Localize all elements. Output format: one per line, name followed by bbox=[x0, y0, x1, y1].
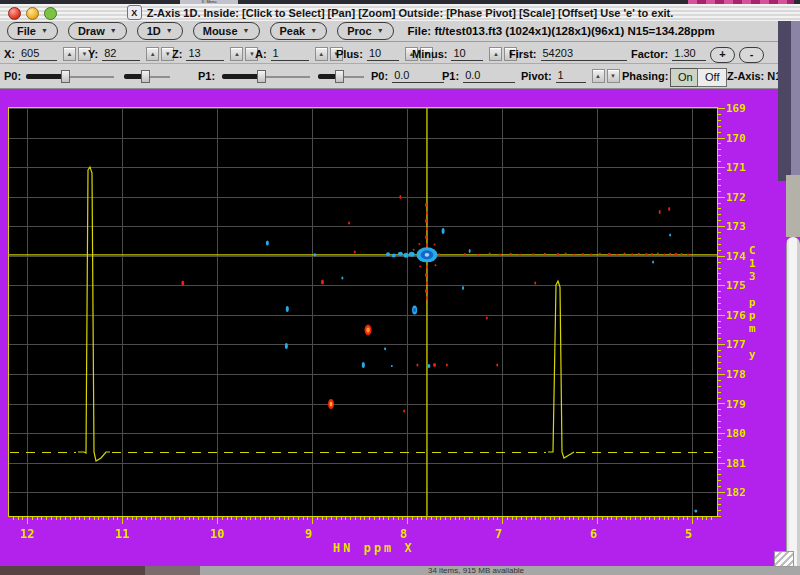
y-tick-label-181: 181 bbox=[726, 457, 746, 470]
y-tick-label-175: 175 bbox=[726, 279, 746, 292]
field-label: A: bbox=[255, 48, 267, 61]
slider-label-p0: P0: bbox=[4, 70, 21, 82]
background-scrollbar[interactable] bbox=[786, 237, 800, 575]
x11-app-icon: X bbox=[127, 5, 142, 20]
menu-button-1d[interactable]: 1D▼ bbox=[137, 22, 183, 40]
spinner: ▲▼ bbox=[63, 47, 91, 61]
menu-bar: File▼Draw▼1D▼Mouse▼Peak▼Proc▼ File: ft/t… bbox=[0, 21, 778, 42]
spin-up-icon[interactable]: ▲ bbox=[489, 47, 502, 61]
x-tick-label-11: 11 bbox=[115, 527, 129, 541]
spin-up-icon[interactable]: ▲ bbox=[63, 47, 76, 61]
field-x-input[interactable]: 605 bbox=[19, 47, 57, 61]
field-z-input[interactable]: 13 bbox=[186, 47, 224, 61]
field-z: Z:13▲▼ bbox=[172, 46, 258, 61]
slider-thumb[interactable] bbox=[141, 70, 150, 83]
background-window-edge-light bbox=[791, 21, 800, 175]
y-tick-label-178: 178 bbox=[726, 368, 746, 381]
slider-thumb[interactable] bbox=[61, 70, 70, 83]
field-factor: Factor:1.30 bbox=[631, 46, 706, 61]
y-tick-label-169: 169 bbox=[726, 102, 746, 115]
spectrum-canvas-area: 1211109876516917017117217317417517617717… bbox=[0, 89, 800, 566]
field-x: X:605▲▼ bbox=[4, 46, 91, 61]
y-tick-label-176: 176 bbox=[726, 309, 746, 322]
x-tick-label-8: 8 bbox=[400, 527, 407, 541]
y-tick-label-170: 170 bbox=[726, 132, 746, 145]
nmrdraw-window: X: Menu X Z-Axis 1D. Inside: [Click to S… bbox=[0, 0, 800, 575]
y-tick-label-171: 171 bbox=[726, 161, 746, 174]
menu-button-label: Peak bbox=[280, 24, 306, 38]
x-tick-label-7: 7 bbox=[495, 527, 502, 541]
slider-thumb[interactable] bbox=[257, 70, 266, 83]
menu-button-label: Mouse bbox=[203, 24, 238, 38]
spin-down-icon[interactable]: ▼ bbox=[607, 69, 620, 83]
slider-fill bbox=[26, 74, 63, 79]
zoom-button-icon[interactable] bbox=[44, 7, 57, 20]
chevron-down-icon: ▼ bbox=[110, 24, 117, 38]
scale-minus-button[interactable]: - bbox=[739, 47, 764, 63]
file-info-text: File: ft/test013.ft3 (1024x1)(128x1)(96x… bbox=[408, 25, 715, 37]
title-bar[interactable]: X Z-Axis 1D. Inside: [Click to Select] [… bbox=[0, 4, 800, 22]
spin-up-icon[interactable]: ▲ bbox=[230, 47, 243, 61]
window-controls bbox=[8, 7, 57, 20]
chevron-down-icon: ▼ bbox=[166, 24, 173, 38]
minimize-button-icon[interactable] bbox=[26, 7, 39, 20]
phasing-row: P0:P1:P0:0.0P1:0.0Pivot:1▲▼Phasing:OnOff… bbox=[0, 64, 778, 89]
field-label: P1: bbox=[442, 70, 459, 83]
field-p1-input[interactable]: 0.0 bbox=[463, 69, 515, 83]
p1-fine-slider[interactable] bbox=[318, 69, 364, 83]
field-a-input[interactable]: 1 bbox=[271, 47, 309, 61]
field-factor-input[interactable]: 1.30 bbox=[672, 47, 706, 61]
field-pivot: Pivot:1▲▼ bbox=[521, 68, 620, 83]
status-bar-text: 34 items, 915 MB available bbox=[428, 566, 524, 575]
field-a: A:1▲▼ bbox=[255, 46, 343, 61]
slider-thumb[interactable] bbox=[335, 70, 344, 83]
field-label: Y: bbox=[88, 48, 98, 61]
close-button-icon[interactable] bbox=[8, 7, 21, 20]
menu-button-file[interactable]: File▼ bbox=[7, 22, 58, 40]
field-y-input[interactable]: 82 bbox=[102, 47, 140, 61]
menu-button-mouse[interactable]: Mouse▼ bbox=[193, 22, 260, 40]
field-label: Pivot: bbox=[521, 70, 552, 83]
field-pivot-input[interactable]: 1 bbox=[556, 69, 586, 83]
y-tick-label-180: 180 bbox=[726, 427, 746, 440]
y-tick-label-173: 173 bbox=[726, 220, 746, 233]
menu-button-draw[interactable]: Draw▼ bbox=[68, 22, 127, 40]
menu-button-peak[interactable]: Peak▼ bbox=[270, 22, 328, 40]
resize-grip[interactable] bbox=[774, 551, 794, 567]
spinner: ▲▼ bbox=[146, 47, 174, 61]
y-tick-label-172: 172 bbox=[726, 191, 746, 204]
y-axis-title: C 1 3 p p m y bbox=[749, 244, 756, 361]
field-label: First: bbox=[509, 48, 537, 61]
field-plus-input[interactable]: 10 bbox=[367, 47, 399, 61]
p0-coarse-slider[interactable] bbox=[26, 69, 114, 83]
scale-plus-button[interactable]: + bbox=[710, 47, 735, 63]
menu-button-proc[interactable]: Proc▼ bbox=[337, 22, 393, 40]
field-p1: P1:0.0 bbox=[442, 68, 515, 83]
field-p0: P0:0.0 bbox=[371, 68, 444, 83]
field-minus-input[interactable]: 10 bbox=[451, 47, 483, 61]
menu-button-label: Draw bbox=[78, 24, 105, 38]
p0-fine-slider[interactable] bbox=[124, 69, 170, 83]
spin-up-icon[interactable]: ▲ bbox=[146, 47, 159, 61]
field-first-input[interactable]: 54203 bbox=[541, 47, 627, 61]
status-bar-dark-segment bbox=[0, 566, 145, 575]
slider-fill bbox=[222, 74, 259, 79]
field-first: First:54203 bbox=[509, 46, 627, 61]
phasing-label: Phasing: bbox=[622, 70, 668, 82]
x-tick-label-12: 12 bbox=[20, 527, 34, 541]
spin-up-icon[interactable]: ▲ bbox=[315, 47, 328, 61]
x-tick-label-10: 10 bbox=[210, 527, 224, 541]
field-minus: Minus:10▲▼ bbox=[412, 46, 517, 61]
coordinates-row: X:605▲▼Y:82▲▼Z:13▲▼A:1▲▼Plus:10▲▼Minus:1… bbox=[0, 42, 778, 64]
chevron-down-icon: ▼ bbox=[243, 24, 250, 38]
field-label: X: bbox=[4, 48, 15, 61]
p1-coarse-slider[interactable] bbox=[222, 69, 310, 83]
field-label: Minus: bbox=[412, 48, 447, 61]
window-title: Z-Axis 1D. Inside: [Click to Select] [Pa… bbox=[147, 7, 674, 19]
phasing-off-button[interactable]: Off bbox=[697, 68, 727, 87]
nmr-contour-plot[interactable] bbox=[0, 89, 800, 566]
field-label: P0: bbox=[371, 70, 388, 83]
background-window-gray-patch bbox=[786, 175, 800, 237]
spin-up-icon[interactable]: ▲ bbox=[592, 69, 605, 83]
field-p0-input[interactable]: 0.0 bbox=[392, 69, 444, 83]
